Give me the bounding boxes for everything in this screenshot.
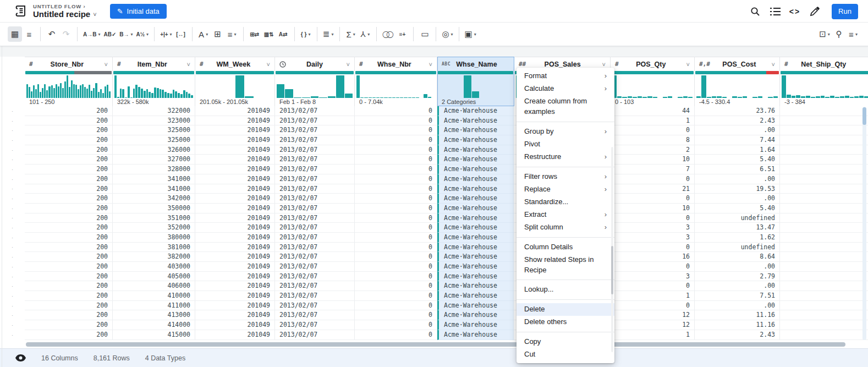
cell-pos_cost[interactable]: .00 bbox=[695, 194, 780, 204]
view-rows-icon[interactable]: ≡ bbox=[22, 26, 36, 42]
target-schema-icon[interactable]: ◎▾ bbox=[440, 26, 454, 42]
cell-net_ship_qty[interactable] bbox=[780, 272, 868, 282]
cell-pos_cost[interactable]: 19.53 bbox=[695, 184, 780, 194]
cell-daily[interactable]: 2013/02/07 bbox=[275, 272, 355, 282]
cell-pos_qty[interactable]: 21 bbox=[611, 184, 695, 194]
cell-pos_cost[interactable]: 2.43 bbox=[695, 116, 780, 126]
column-menu-chevron-icon[interactable]: ˅ bbox=[263, 61, 270, 68]
cell-store_nbr[interactable]: 200 bbox=[25, 291, 113, 301]
cell-item_nbr[interactable]: 341000 bbox=[113, 184, 195, 194]
cell-store_nbr[interactable]: 200 bbox=[25, 330, 113, 340]
format-values-icon[interactable]: A▾ bbox=[196, 26, 211, 42]
cell-pos_cost[interactable]: undefined bbox=[695, 213, 780, 223]
cell-daily[interactable]: 2013/02/07 bbox=[275, 135, 355, 145]
cell-pos_qty[interactable]: 0 bbox=[611, 281, 695, 291]
cell-pos_qty[interactable]: 1 bbox=[611, 291, 695, 301]
filter-rows-icon[interactable]: ≣▾ bbox=[321, 26, 336, 42]
cell-whse_name[interactable]: Acme·Warehouse bbox=[437, 213, 514, 223]
cell-item_nbr[interactable]: 381000 bbox=[113, 243, 195, 253]
cell-daily[interactable]: 2013/02/07 bbox=[275, 252, 355, 262]
menu-item-replace[interactable]: Replace› bbox=[517, 183, 614, 196]
cell-pos_qty[interactable]: 3 bbox=[611, 272, 695, 282]
cell-wm_week[interactable]: 201049 bbox=[195, 223, 275, 233]
row-handle[interactable]: · bbox=[0, 155, 25, 165]
cell-store_nbr[interactable]: 200 bbox=[25, 252, 113, 262]
cell-net_ship_qty[interactable] bbox=[780, 174, 868, 184]
row-handle[interactable]: · bbox=[0, 233, 25, 243]
cell-item_nbr[interactable]: 342000 bbox=[113, 194, 195, 204]
cell-store_nbr[interactable]: 200 bbox=[25, 223, 113, 233]
cell-whse_name[interactable]: Acme·Warehouse bbox=[437, 272, 514, 282]
macro-icon[interactable]: ▣▾ bbox=[463, 26, 478, 42]
cell-item_nbr[interactable]: 382000 bbox=[113, 252, 195, 262]
menu-item-calculate[interactable]: Calculate› bbox=[517, 83, 614, 95]
cell-net_ship_qty[interactable] bbox=[780, 330, 868, 340]
menu-item-copy[interactable]: Copy bbox=[517, 336, 614, 348]
cell-pos_qty[interactable]: 12 bbox=[611, 320, 695, 330]
aggregate-icon[interactable]: Σ▾ bbox=[344, 26, 358, 42]
cell-pos_cost[interactable]: 5.40 bbox=[695, 204, 780, 213]
row-handle[interactable]: · bbox=[0, 291, 25, 301]
cell-pos_qty[interactable]: 1 bbox=[611, 116, 695, 126]
row-handle[interactable]: · bbox=[0, 330, 25, 340]
cell-wm_week[interactable]: 201049 bbox=[195, 116, 275, 126]
cell-whse_nbr[interactable]: 0 bbox=[355, 165, 437, 174]
move-column-icon[interactable]: B→▾ bbox=[118, 26, 134, 42]
cell-whse_name[interactable]: Acme·Warehouse bbox=[437, 194, 514, 204]
cell-store_nbr[interactable]: 200 bbox=[25, 106, 113, 116]
cell-item_nbr[interactable]: 341000 bbox=[113, 174, 195, 184]
column-histogram[interactable] bbox=[611, 74, 694, 98]
cell-daily[interactable]: 2013/02/07 bbox=[275, 330, 355, 340]
row-handle[interactable]: · bbox=[0, 125, 25, 135]
cell-pos_qty[interactable]: 7 bbox=[611, 165, 695, 174]
cell-whse_nbr[interactable]: 0 bbox=[355, 330, 437, 340]
cell-pos_cost[interactable]: .00 bbox=[695, 262, 780, 272]
cell-whse_nbr[interactable]: 0 bbox=[355, 272, 437, 282]
row-handle[interactable]: · bbox=[0, 281, 25, 291]
cell-whse_name[interactable]: Acme·Warehouse bbox=[437, 165, 514, 174]
cell-net_ship_qty[interactable] bbox=[780, 184, 868, 194]
cell-pos_qty[interactable]: 1 bbox=[611, 330, 695, 340]
cell-whse_name[interactable]: Acme·Warehouse bbox=[437, 145, 514, 155]
cell-store_nbr[interactable]: 200 bbox=[25, 243, 113, 253]
cell-whse_name[interactable]: Acme·Warehouse bbox=[437, 135, 514, 145]
cell-pos_cost[interactable]: 2.79 bbox=[695, 272, 780, 282]
cell-daily[interactable]: 2013/02/07 bbox=[275, 262, 355, 272]
cell-pos_cost[interactable]: .00 bbox=[695, 125, 780, 135]
cell-whse_name[interactable]: Acme·Warehouse bbox=[437, 262, 514, 272]
columns-count[interactable]: 16 Columns bbox=[41, 354, 78, 362]
column-header-pos_qty[interactable]: #POS_Qty˅ bbox=[611, 57, 694, 71]
cell-net_ship_qty[interactable] bbox=[780, 252, 868, 262]
column-menu-chevron-icon[interactable]: ˅ bbox=[768, 61, 775, 68]
cell-store_nbr[interactable]: 200 bbox=[25, 310, 113, 320]
cell-pos_cost[interactable]: 13.47 bbox=[695, 223, 780, 233]
cell-whse_nbr[interactable]: 0 bbox=[355, 252, 437, 262]
cell-whse_nbr[interactable]: 0 bbox=[355, 135, 437, 145]
cell-item_nbr[interactable]: 327000 bbox=[113, 155, 195, 165]
cell-whse_name[interactable]: Acme·Warehouse bbox=[437, 330, 514, 340]
cell-whse_name[interactable]: Acme·Warehouse bbox=[437, 174, 514, 184]
cell-whse_nbr[interactable]: 0 bbox=[355, 116, 437, 126]
cell-pos_qty[interactable]: 0 bbox=[611, 262, 695, 272]
cell-store_nbr[interactable]: 200 bbox=[25, 281, 113, 291]
cell-net_ship_qty[interactable] bbox=[780, 320, 868, 330]
cell-daily[interactable]: 2013/02/07 bbox=[275, 243, 355, 253]
rename-columns-icon[interactable]: A→B▾ bbox=[81, 26, 102, 42]
menu-item-pivot[interactable]: Pivot bbox=[517, 138, 614, 151]
cell-net_ship_qty[interactable] bbox=[780, 301, 868, 311]
cell-net_ship_qty[interactable] bbox=[780, 243, 868, 253]
comment-icon[interactable]: ▭ bbox=[417, 26, 432, 42]
cell-whse_nbr[interactable]: 0 bbox=[355, 310, 437, 320]
cell-pos_cost[interactable]: 1.64 bbox=[695, 145, 780, 155]
cell-store_nbr[interactable]: 200 bbox=[25, 213, 113, 223]
eye-icon[interactable] bbox=[15, 354, 26, 361]
find-column-icon[interactable]: ⚲ bbox=[832, 26, 846, 42]
run-button[interactable]: Run bbox=[832, 4, 858, 19]
cell-wm_week[interactable]: 201049 bbox=[195, 330, 275, 340]
cell-daily[interactable]: 2013/02/07 bbox=[275, 184, 355, 194]
cell-whse_name[interactable]: Acme·Warehouse bbox=[437, 116, 514, 126]
standardize-values-icon[interactable]: AB✓ bbox=[102, 26, 118, 42]
cell-store_nbr[interactable]: 200 bbox=[25, 262, 113, 272]
undo-icon[interactable]: ↶ bbox=[45, 26, 59, 42]
cell-whse_nbr[interactable]: 0 bbox=[355, 174, 437, 184]
